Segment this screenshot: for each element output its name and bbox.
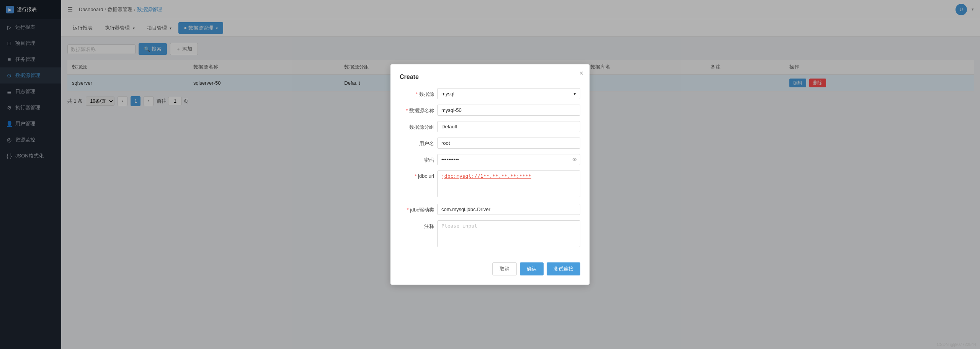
jdbc-driver-input[interactable] xyxy=(437,204,580,215)
modal-footer: 取消 确认 测试连接 xyxy=(400,256,580,275)
username-input[interactable] xyxy=(437,138,580,149)
label-group: 数据源分组 xyxy=(400,121,434,131)
password-toggle-icon[interactable]: 👁 xyxy=(572,157,577,163)
confirm-button[interactable]: 确认 xyxy=(520,262,544,275)
modal-overlay: Create × 数据源 mysql ▾ 数据源名称 数据源分组 xyxy=(0,0,980,349)
modal-title: Create xyxy=(400,74,580,80)
control-jdbc-driver xyxy=(437,204,580,215)
modal-close-button[interactable]: × xyxy=(579,70,583,77)
control-jdbc-url: jdbc:mysql://1**.**.**.**:**** xyxy=(437,170,580,198)
create-modal: Create × 数据源 mysql ▾ 数据源名称 数据源分组 xyxy=(390,64,590,285)
form-row-username: 用户名 xyxy=(400,138,580,149)
jdbc-url-input[interactable]: jdbc:mysql://1**.**.**.**:**** xyxy=(437,170,580,197)
control-datasource: mysql ▾ xyxy=(437,88,580,99)
form-row-password: 密码 👁 xyxy=(400,154,580,165)
datasource-select[interactable]: mysql ▾ xyxy=(437,88,580,99)
label-remark: 注释 xyxy=(400,220,434,230)
form-row-jdbc-url: jdbc url jdbc:mysql://1**.**.**.**:**** xyxy=(400,170,580,198)
control-username xyxy=(437,138,580,149)
form-row-datasource: 数据源 mysql ▾ xyxy=(400,88,580,99)
password-wrap: 👁 xyxy=(437,154,580,165)
cancel-button[interactable]: 取消 xyxy=(492,262,517,275)
control-name xyxy=(437,105,580,116)
form-row-remark: 注释 xyxy=(400,220,580,248)
label-datasource: 数据源 xyxy=(400,88,434,98)
label-password: 密码 xyxy=(400,154,434,164)
password-input[interactable] xyxy=(437,154,580,165)
form-row-name: 数据源名称 xyxy=(400,105,580,116)
remark-input[interactable] xyxy=(437,220,580,247)
label-username: 用户名 xyxy=(400,138,434,147)
watermark: CSDN @j907722844 xyxy=(937,342,976,347)
label-jdbc-url: jdbc url xyxy=(400,170,434,179)
datasource-value: mysql xyxy=(441,91,454,97)
test-connection-button[interactable]: 测试连接 xyxy=(547,262,580,275)
label-jdbc-driver: jdbc驱动类 xyxy=(400,204,434,213)
form-row-jdbc-driver: jdbc驱动类 xyxy=(400,204,580,215)
form-row-group: 数据源分组 xyxy=(400,121,580,132)
control-password: 👁 xyxy=(437,154,580,165)
label-name: 数据源名称 xyxy=(400,105,434,114)
control-remark xyxy=(437,220,580,248)
control-group xyxy=(437,121,580,132)
datasource-dropdown-arrow: ▾ xyxy=(573,91,576,97)
group-input[interactable] xyxy=(437,121,580,132)
name-input[interactable] xyxy=(437,105,580,116)
